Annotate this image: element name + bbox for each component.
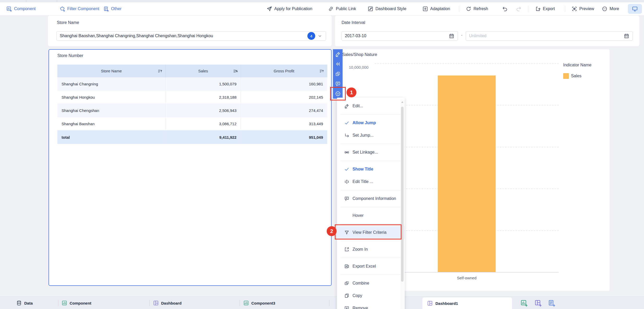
- chart-type-icon[interactable]: [335, 61, 341, 67]
- bottom-tab-bar: Dashboard1 DataComponentDashboardCompone…: [0, 297, 644, 309]
- menu-item-set-jump[interactable]: Set Jump...: [337, 129, 405, 142]
- toolbar-button-apply-for-publication[interactable]: Apply for Publication: [266, 2, 312, 15]
- linkage-icon: [344, 150, 349, 155]
- menu-item-edit-title[interactable]: Edit Title ...: [337, 175, 405, 188]
- edit-icon[interactable]: [335, 51, 341, 57]
- bottom-tab-component[interactable]: Component: [62, 297, 91, 309]
- add-report-icon[interactable]: [548, 299, 555, 307]
- bar-sales-self-owned[interactable]: [438, 75, 496, 272]
- database-icon: [16, 300, 22, 306]
- date-range-separator: -: [458, 33, 465, 37]
- menu-scrollbar[interactable]: [400, 100, 404, 309]
- toolbar-button-adaptation[interactable]: Adaptation: [422, 2, 450, 15]
- menu-divider: [341, 114, 401, 115]
- bottom-tab-dashboard[interactable]: Dashboard: [153, 297, 181, 309]
- toolbar-button-other[interactable]: Other: [103, 2, 121, 15]
- menu-divider: [341, 144, 401, 144]
- menu-scrollbar-thumb[interactable]: [401, 107, 404, 282]
- toolbar-button-refresh[interactable]: Refresh: [466, 2, 488, 15]
- table-row[interactable]: Shanghai Changning1,500,079160,981: [57, 77, 327, 91]
- menu-item-copy[interactable]: Copy: [337, 289, 405, 302]
- add-dashboard-icon[interactable]: [534, 299, 542, 307]
- bottom-tab-data[interactable]: Data: [16, 297, 33, 309]
- store-number-table-card[interactable]: Store Number Store NameSalesGross Profit…: [48, 49, 332, 286]
- filter-component-icon: [59, 6, 65, 12]
- legend-swatch: [563, 73, 569, 79]
- add-component-icon[interactable]: [520, 299, 528, 307]
- calendar-icon[interactable]: [624, 33, 629, 39]
- total-cell: 951,049: [241, 130, 327, 144]
- chart-legend-item-sales[interactable]: Sales: [563, 73, 581, 79]
- check-icon: [344, 120, 349, 125]
- toolbar-button-undo[interactable]: [502, 2, 508, 15]
- column-header-gross-profit[interactable]: Gross Profit: [241, 65, 327, 77]
- menu-item-remove[interactable]: Remove: [337, 302, 405, 309]
- active-tab-label: Dashboard1: [435, 301, 458, 306]
- legend-series-label: Sales: [571, 74, 581, 78]
- table-cell: 3,086,712: [166, 117, 241, 130]
- toolbar-button-component[interactable]: Component: [6, 2, 36, 15]
- bottom-bar-divider: [149, 300, 150, 306]
- toolbar-button-export[interactable]: Export: [535, 2, 555, 15]
- menu-item-zoom-in[interactable]: Zoom In: [337, 243, 405, 256]
- menu-item-set-linkage[interactable]: Set Linkage...: [337, 146, 405, 159]
- table-total-row: total9,411,922951,049: [57, 130, 327, 144]
- table-cell: 160,981: [241, 77, 327, 91]
- table-row[interactable]: Shanghai Baoshan3,086,712313,449: [57, 117, 327, 130]
- comment-icon[interactable]: [335, 81, 341, 87]
- toolbar-button-dashboard-style[interactable]: Dashboard Style: [368, 2, 406, 15]
- menu-item-allow-jump[interactable]: Allow Jump: [337, 117, 405, 129]
- table-cell: 202,145: [241, 91, 327, 104]
- preview-icon: [572, 6, 577, 12]
- selected-count-badge: 4: [307, 32, 315, 40]
- chevron-down-icon: [317, 33, 323, 39]
- table-row[interactable]: Shanghai Chengshan2,506,943274,474: [57, 104, 327, 117]
- dashboard-icon: [427, 300, 433, 306]
- table-row[interactable]: Shanghai Hongkou2,318,188202,145: [57, 91, 327, 104]
- column-header-store-name[interactable]: Store Name: [57, 65, 166, 77]
- calendar-icon[interactable]: [449, 33, 454, 39]
- chart-box-icon: [243, 300, 249, 306]
- menu-item-show-title[interactable]: Show Title: [337, 163, 405, 175]
- sort-icon[interactable]: [319, 68, 324, 74]
- tab-dashboard1[interactable]: Dashboard1: [422, 297, 512, 309]
- date-end-input[interactable]: Unlimited: [466, 31, 633, 41]
- menu-item-combine[interactable]: Combine: [337, 277, 405, 289]
- toolbar-button-redo[interactable]: [516, 2, 521, 15]
- toolbar-button-more[interactable]: More: [602, 2, 619, 15]
- apply-for-publication-icon: [266, 6, 272, 12]
- menu-item-edit[interactable]: Edit...: [337, 100, 405, 112]
- store-name-select-value: Shanghai Baoshan,Shanghai Changning,Shan…: [60, 34, 307, 38]
- table-cell: 2,318,188: [166, 91, 241, 104]
- top-strip-divider: [57, 0, 57, 2]
- table-cell: 313,449: [241, 117, 327, 130]
- table-body: Shanghai Changning1,500,079160,981Shangh…: [57, 77, 327, 144]
- scroll-up-arrow-icon[interactable]: [401, 101, 403, 103]
- pc-view-toggle-button[interactable]: [628, 4, 642, 14]
- table-cell: Shanghai Hongkou: [57, 91, 166, 104]
- annotation-step1-badge: 1: [347, 87, 356, 97]
- store-name-select[interactable]: Shanghai Baoshan,Shanghai Changning,Shan…: [56, 31, 326, 41]
- dash-grid-icon: [153, 300, 159, 306]
- date-start-input[interactable]: 2017-03-10: [342, 31, 458, 41]
- toolbar-button-public-link[interactable]: Public Link: [328, 2, 356, 15]
- component-icon: [6, 6, 12, 12]
- menu-item-export-excel[interactable]: Export Excel: [337, 260, 405, 273]
- dashboard-designer-window: ComponentFilter ComponentOtherApply for …: [0, 0, 644, 309]
- toolbar-button-preview[interactable]: Preview: [572, 2, 594, 15]
- menu-item-hover[interactable]: Hover: [337, 209, 405, 222]
- toolbar-button-filter-component[interactable]: Filter Component: [59, 2, 99, 15]
- total-cell: 9,411,922: [166, 130, 241, 144]
- menu-divider: [341, 207, 401, 207]
- more-icon: [602, 6, 607, 12]
- chart-box-icon: [62, 300, 67, 306]
- column-header-sales[interactable]: Sales: [166, 65, 241, 77]
- bottom-tab-component3[interactable]: Component3: [243, 297, 275, 309]
- table-cell: Shanghai Changning: [57, 77, 166, 91]
- table-cell: 274,474: [241, 104, 327, 117]
- combine-icon[interactable]: [335, 71, 341, 77]
- sort-icon[interactable]: [233, 68, 238, 74]
- menu-item-component-information[interactable]: Component Information: [337, 192, 405, 205]
- store-name-filter-card: Store Name Shanghai Baoshan,Shanghai Cha…: [48, 16, 332, 46]
- sort-icon[interactable]: [157, 68, 163, 74]
